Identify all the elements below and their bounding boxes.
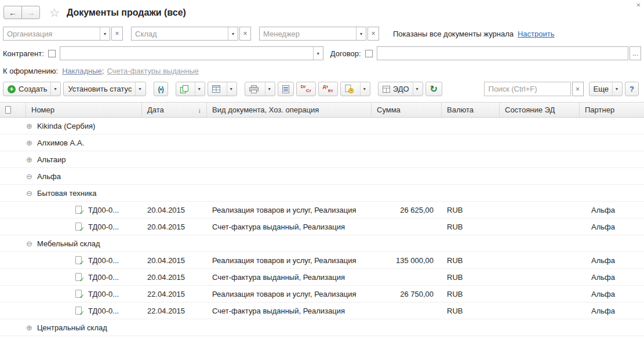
chevron-down-icon[interactable]: ▾ [228, 27, 238, 40]
row-marker-cell [0, 168, 26, 184]
group-row[interactable]: ⊖Мебельный склад [0, 235, 644, 252]
number-cell: ✓ТД00-0... [26, 202, 142, 218]
currency-cell: RUB [442, 286, 500, 302]
ed-state-cell [500, 252, 580, 268]
create-button[interactable]: + Создать ▾ [3, 82, 61, 96]
table-row[interactable]: ✓ТД00-0...20.04.2015Счет-фактура выданны… [0, 269, 644, 286]
close-icon[interactable]: × [636, 1, 641, 9]
doc-number: ТД00-0... [88, 307, 119, 315]
chevron-down-icon[interactable]: ▾ [100, 27, 110, 40]
warehouse-clear-button[interactable]: × [239, 27, 251, 41]
column-header-sum[interactable]: Сумма [372, 103, 442, 117]
more-button[interactable]: Еще ▾ [589, 82, 623, 96]
column-header-kind[interactable]: Вид документа, Хоз. операция [207, 103, 372, 117]
forward-button[interactable]: → [21, 6, 40, 19]
pending-documents-button[interactable]: ▾ [340, 82, 370, 96]
table-row[interactable]: ✓ТД00-0...20.04.2015Реализация товаров и… [0, 202, 644, 218]
collapse-icon[interactable]: ⊖ [26, 172, 32, 181]
create-based-on-button[interactable]: ▾ [176, 82, 205, 96]
table-row[interactable]: ✓ТД00-0...22.04.2015Реализация товаров и… [0, 286, 644, 302]
dt-kt-button[interactable]: ДтКт [318, 82, 338, 96]
contract-input[interactable] [377, 46, 628, 60]
expand-icon[interactable]: ⊕ [26, 155, 32, 164]
back-icon: ← [9, 8, 17, 17]
collapse-icon[interactable]: ⊖ [26, 189, 32, 198]
chevron-down-icon[interactable]: ▾ [313, 47, 323, 60]
kind-cell: Счет-фактура выданный, Реализация [207, 302, 372, 319]
chevron-down-icon[interactable]: ▾ [360, 82, 366, 96]
refresh-icon: ↻ [430, 85, 438, 94]
currency-cell: RUB [442, 269, 500, 285]
chevron-down-icon[interactable]: ▾ [195, 82, 201, 96]
sum-cell: 26 750,00 [372, 286, 442, 302]
chevron-down-icon[interactable]: ▾ [265, 82, 271, 96]
kind-cell: Реализация товаров и услуг, Реализация [207, 202, 372, 218]
document-posted-icon: ✓ [75, 306, 83, 316]
chevron-down-icon[interactable]: ▾ [356, 27, 366, 40]
dr-cr-button[interactable]: DrCr [296, 82, 316, 96]
list-output-button[interactable]: ▾ [208, 82, 237, 96]
row-marker-cell [0, 185, 26, 201]
manager-clear-button[interactable]: × [368, 27, 379, 41]
column-header-number[interactable]: Номер [26, 103, 142, 117]
date-cell: 22.04.2015 [142, 286, 207, 302]
column-header-currency[interactable]: Валюта [442, 103, 500, 117]
set-status-button[interactable]: Установить статус ▾ [63, 82, 145, 96]
chevron-down-icon[interactable]: ▾ [135, 82, 141, 96]
expand-icon[interactable]: ⊕ [26, 122, 32, 130]
marker-column-header[interactable] [0, 103, 26, 117]
warehouse-input[interactable] [132, 27, 228, 40]
column-header-partner[interactable]: Партнер [580, 103, 644, 117]
group-row[interactable]: ⊖Бытовая техника [0, 185, 644, 202]
group-row[interactable]: ⊕Центральный склад [0, 319, 644, 336]
forward-icon: → [27, 8, 35, 17]
set-interval-button[interactable]: (•) [154, 82, 168, 96]
group-row[interactable]: ⊕Альтаир [0, 151, 644, 168]
to-process-label: К оформлению: [3, 67, 58, 75]
contract-checkbox[interactable] [365, 50, 373, 57]
organization-clear-button[interactable]: × [111, 27, 123, 41]
expand-icon[interactable]: ⊕ [26, 138, 32, 147]
group-row[interactable]: ⊕Kikinda (Сербия) [0, 118, 644, 134]
table-row[interactable]: ✓ТД00-0...20.04.2015Счет-фактура выданны… [0, 218, 644, 235]
chevron-down-icon[interactable]: ▾ [612, 82, 618, 96]
issued-invoices-link[interactable]: Счета-фактуры выданные [107, 67, 199, 75]
chevron-down-icon[interactable]: ▾ [413, 82, 419, 96]
filters-panel: ▾ × ▾ × ▾ × Показаны все документы журна… [0, 27, 644, 76]
plus-icon: + [8, 85, 16, 93]
contract-more-button[interactable]: ... [630, 46, 641, 60]
sort-desc-icon: ↓ [198, 107, 202, 114]
back-button[interactable]: ← [3, 6, 22, 19]
column-header-date[interactable]: Дата ↓ [142, 103, 207, 117]
invoices-link[interactable]: Накладные [62, 67, 102, 75]
search-input[interactable] [484, 82, 571, 96]
refresh-button[interactable]: ↻ [425, 82, 442, 96]
help-button[interactable]: ? [625, 82, 639, 96]
search-clear-button[interactable]: × [572, 82, 584, 96]
column-header-ed-state[interactable]: Состояние ЭД [500, 103, 580, 117]
print-button[interactable]: ▾ [245, 82, 275, 96]
document-icon [5, 106, 11, 114]
table-row[interactable]: ✓ТД00-0...20.04.2015Реализация товаров и… [0, 252, 644, 269]
chevron-down-icon[interactable]: ▾ [227, 82, 232, 96]
sum-cell [372, 269, 442, 285]
report-button[interactable] [278, 82, 294, 96]
number-cell: ✓ТД00-0... [26, 286, 142, 302]
counterparty-input[interactable] [60, 47, 313, 60]
ed-state-cell [500, 302, 580, 319]
counterparty-checkbox[interactable] [48, 50, 56, 57]
chevron-down-icon[interactable]: ▾ [50, 82, 56, 96]
table-row[interactable]: ✓ТД00-0...22.04.2015Счет-фактура выданны… [0, 302, 644, 319]
document-posted-icon: ✓ [75, 205, 83, 215]
configure-link[interactable]: Настроить [518, 30, 555, 38]
group-label: Альфа [37, 172, 61, 181]
collapse-icon[interactable]: ⊖ [26, 239, 32, 248]
group-row[interactable]: ⊖Альфа [0, 168, 644, 185]
expand-icon[interactable]: ⊕ [26, 323, 32, 332]
edo-button[interactable]: ЭДО ▾ [378, 82, 423, 96]
organization-input[interactable] [3, 27, 100, 40]
doc-number: ТД00-0... [88, 206, 119, 214]
favorite-star-icon[interactable]: ☆ [49, 6, 60, 20]
manager-input[interactable] [260, 27, 356, 40]
group-row[interactable]: ⊕Алхимов А.А. [0, 134, 644, 151]
